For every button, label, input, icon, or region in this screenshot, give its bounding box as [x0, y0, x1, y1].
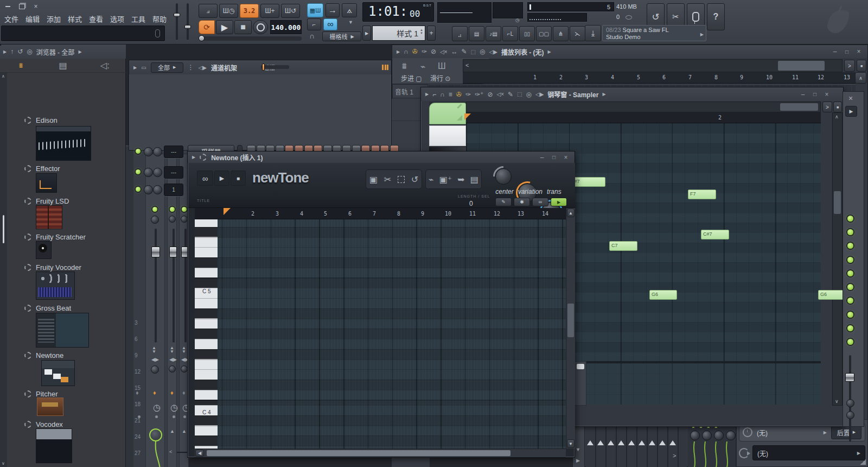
help-button[interactable]: ? — [707, 3, 725, 30]
follow-playback-button[interactable]: → — [326, 3, 340, 17]
pl-stretch-icon[interactable]: ↔ — [451, 48, 458, 55]
browser-back-icon[interactable]: ↺ — [17, 48, 23, 55]
wait-for-input-icon[interactable]: Ш◷ — [219, 4, 238, 18]
pr-select-icon[interactable]: ⬚ — [517, 91, 522, 97]
pl-scroll-left-icon[interactable]: < — [465, 62, 469, 68]
pr-zoom-toggle-button[interactable]: ■ — [833, 102, 842, 112]
playlist-titlebar[interactable]: ▶ ∩ ✇ ✑ ⊘ ◁× ↔ ✎ ⬚ ◎ ◁▶ 播放列表 - (无) ▶ – □… — [392, 45, 867, 58]
pl-slide-icon[interactable]: ⌁ — [420, 61, 426, 72]
midi-note[interactable]: G6 — [818, 290, 846, 300]
channel-enable-led[interactable] — [136, 149, 141, 154]
nt-minimize-button[interactable]: – — [538, 154, 546, 161]
browser-search-icon[interactable]: ◎ — [27, 48, 32, 55]
swing-slider[interactable] — [261, 65, 289, 69]
browser-item[interactable]: Effector — [7, 163, 126, 174]
target-led[interactable] — [847, 243, 853, 249]
midi-note[interactable]: G6 — [649, 290, 677, 300]
target-led[interactable] — [847, 270, 853, 276]
pl-zoom-icon[interactable]: ◎ — [480, 48, 485, 55]
nt-select-icon[interactable] — [398, 176, 405, 183]
time-mode-label[interactable]: B:S:T — [423, 4, 431, 7]
metronome-upright-icon[interactable]: ⟑ — [342, 3, 357, 17]
pr-vscrollbar[interactable]: ∧ ∨ — [832, 112, 843, 406]
nt-maximize-button[interactable]: □ — [550, 154, 558, 161]
pr-wrench-icon[interactable]: ⌐ — [432, 91, 436, 98]
plugin-thumbnail[interactable] — [36, 241, 52, 259]
plugin-thumbnail[interactable] — [41, 360, 75, 386]
nt-playhead-marker[interactable] — [224, 208, 231, 215]
plugin-thumbnail[interactable] — [37, 397, 63, 416]
pr-vscroll-up-icon[interactable]: ∧ — [835, 114, 839, 119]
pl-playback-icon[interactable]: ◁▶ — [489, 49, 497, 55]
record-button[interactable] — [253, 20, 268, 34]
pl-slip-icon[interactable]: ✎ — [462, 48, 467, 55]
browser-item[interactable]: Fruity Scratcher — [7, 231, 126, 242]
channel-volume-knob[interactable] — [153, 168, 162, 177]
nt-slide-icon[interactable]: ⌁ — [429, 174, 434, 185]
toggle-performance-button[interactable]: ⋋ — [570, 26, 585, 41]
newtone-titlebar[interactable]: ▶ Newtone (插入 1) – □ × — [188, 152, 575, 163]
mixer-arrows-icon[interactable]: ▲▼ — [182, 346, 186, 354]
browser-scroll-up-icon[interactable]: ∧ — [2, 74, 5, 79]
time-source-next-icon[interactable]: ▶ — [824, 430, 827, 435]
pl-title-more-icon[interactable]: ▶ — [548, 49, 551, 54]
pr-mute-icon[interactable]: ◁× — [496, 91, 504, 97]
song-loop-button[interactable]: ⟳ — [199, 20, 215, 34]
pr-scroll-handle[interactable] — [780, 103, 818, 111]
nt-link-button[interactable]: ∞ — [532, 198, 548, 206]
kb-arrow[interactable] — [659, 440, 666, 445]
project-info-display[interactable]: 08/23 Square a Saw FL Studio Demo ▶ — [602, 25, 706, 41]
loop-mode-icon[interactable]: Ш↺ — [281, 4, 300, 18]
pl-magnet-icon[interactable]: ∩ — [404, 48, 409, 55]
channel-display[interactable]: --- — [164, 146, 183, 158]
kb-arrow[interactable] — [669, 440, 676, 445]
nt-save-icon[interactable]: ▣ — [369, 174, 378, 185]
clock-icon[interactable]: ◷ — [515, 17, 520, 23]
mixer-fader[interactable] — [169, 247, 177, 257]
led-window-close-icon[interactable]: × — [848, 94, 853, 103]
playlist-ruler[interactable]: 123456789101112131415 — [463, 72, 856, 84]
led-window-knob[interactable] — [846, 399, 854, 407]
plugin-thumbnail[interactable] — [0, 45, 1, 46]
master-volume-slider[interactable] — [174, 2, 180, 41]
tab-files-icon[interactable]: ▤ — [42, 59, 84, 72]
kb-arrow[interactable] — [618, 440, 624, 445]
mixer-led[interactable] — [152, 207, 157, 212]
target-led[interactable] — [847, 257, 853, 263]
tempo-display[interactable]: 140.000 — [270, 20, 302, 34]
kb-knob[interactable] — [702, 431, 712, 440]
mixer-led[interactable] — [182, 207, 187, 212]
pl-collapse-icon[interactable]: ▶ — [397, 49, 400, 54]
nt-play-button[interactable]: ▶ — [214, 171, 229, 186]
nt-undo-icon[interactable]: ↺ — [411, 174, 418, 185]
tab-snippets-waveform-icon[interactable]: ⩩ — [0, 59, 42, 72]
channel-pan-knob[interactable] — [144, 168, 153, 177]
target-led[interactable] — [847, 229, 853, 235]
pattern-selector[interactable]: 样式 1 ▲▼ — [372, 26, 425, 41]
plugin-thumbnail[interactable] — [36, 428, 72, 463]
time-display[interactable]: 1:01: 00 B:S:T — [362, 2, 434, 22]
pr-slice-icon[interactable]: ✎ — [508, 91, 513, 98]
midi-note[interactable]: C#7 — [701, 230, 729, 239]
link-button[interactable]: ∞ — [323, 18, 337, 30]
nt-pen-tool-button[interactable]: ✎ — [495, 198, 512, 206]
nt-close-button[interactable]: × — [561, 154, 570, 161]
led-window-fader-track[interactable] — [849, 355, 851, 442]
menu-item[interactable]: 选项 — [110, 14, 124, 24]
target-led[interactable] — [847, 216, 853, 222]
midi-note[interactable]: F7 — [688, 190, 716, 199]
pr-scroll-right-button[interactable]: > — [822, 102, 832, 112]
hint-bar[interactable] — [1, 26, 165, 41]
osc-display[interactable] — [437, 2, 492, 23]
channel-display[interactable]: 1 — [164, 184, 183, 196]
target-selector[interactable]: (无) ▶ — [752, 445, 865, 460]
browser-item[interactable]: Vocodex — [7, 419, 126, 430]
menu-item[interactable]: 帮助 — [152, 14, 167, 24]
browser-item[interactable]: Fruity Vocoder — [7, 262, 126, 273]
pl-ruler-up-button[interactable]: ∧ — [855, 72, 866, 84]
loop-record-button[interactable]: 3.2 — [240, 4, 259, 18]
kb-more-icon[interactable]: > — [673, 452, 676, 459]
nt-vscrollbar[interactable]: ▲ ▼ — [566, 208, 575, 449]
nt-save-as-icon[interactable]: ▣⁺ — [439, 174, 452, 185]
pr-ruler[interactable]: 2 — [466, 112, 821, 123]
